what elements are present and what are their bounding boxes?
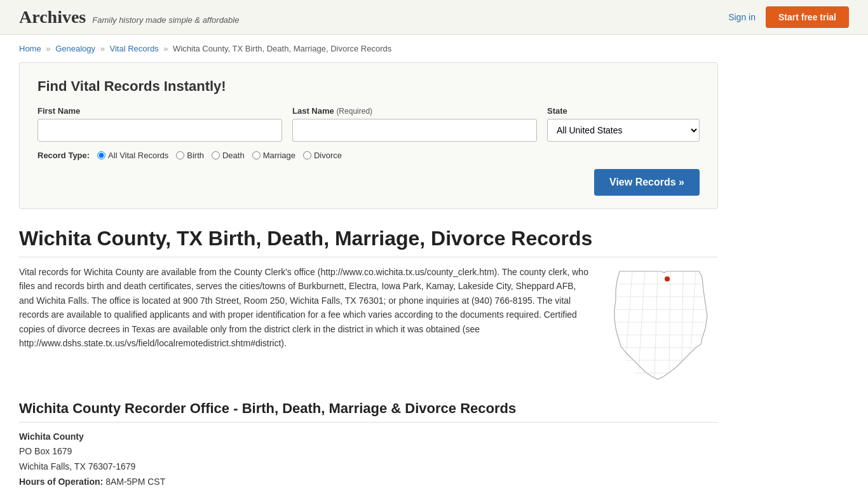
first-name-label: First Name <box>37 106 282 116</box>
svg-line-14 <box>682 271 683 363</box>
radio-all-vital-input[interactable] <box>97 151 105 159</box>
county-address: PO Box 1679 Wichita Falls, TX 76307-1679… <box>19 444 718 488</box>
county-marker <box>665 276 670 281</box>
first-name-input[interactable] <box>37 119 282 142</box>
texas-map-svg <box>607 265 715 383</box>
breadcrumb-sep-1: » <box>46 44 50 53</box>
view-records-row: View Records » <box>37 169 700 196</box>
state-select[interactable]: All United States Texas <box>547 119 700 142</box>
radio-all-vital-label: All Vital Records <box>108 151 168 160</box>
last-name-group: Last Name (Required) <box>292 106 537 142</box>
last-name-required: (Required) <box>336 107 372 116</box>
radio-divorce-input[interactable] <box>303 151 311 159</box>
radio-death[interactable]: Death <box>212 151 245 160</box>
header: Archives Family history made simple & af… <box>0 0 868 35</box>
breadcrumb-sep-3: » <box>163 44 168 53</box>
recorder-title: Wichita County Recorder Office - Birth, … <box>19 400 718 423</box>
recorder-section: Wichita County Recorder Office - Birth, … <box>19 400 718 488</box>
address-line1: PO Box 1679 <box>19 444 718 459</box>
last-name-label: Last Name (Required) <box>292 106 537 116</box>
radio-all-vital[interactable]: All Vital Records <box>97 151 168 160</box>
main-content: Find Vital Records Instantly! First Name… <box>0 62 737 488</box>
last-name-input[interactable] <box>292 119 537 142</box>
radio-birth[interactable]: Birth <box>176 151 204 160</box>
tagline: Family history made simple & affordable <box>92 15 239 25</box>
radio-marriage[interactable]: Marriage <box>252 151 295 160</box>
view-records-button[interactable]: View Records » <box>594 169 700 196</box>
breadcrumb-genealogy[interactable]: Genealogy <box>55 44 95 53</box>
start-trial-button[interactable]: Start free trial <box>766 6 849 28</box>
first-name-group: First Name <box>37 106 282 142</box>
breadcrumb-sep-2: » <box>100 44 105 53</box>
record-type-row: Record Type: All Vital Records Birth Dea… <box>37 151 700 160</box>
header-right: Sign in Start free trial <box>728 6 849 28</box>
radio-marriage-label: Marriage <box>263 151 295 160</box>
address-line2: Wichita Falls, TX 76307-1679 <box>19 459 718 475</box>
hours-value-text: 8AM-5PM CST <box>105 477 165 487</box>
radio-death-label: Death <box>222 151 245 160</box>
svg-line-15 <box>691 271 696 351</box>
breadcrumb: Home » Genealogy » Vital Records » Wichi… <box>0 35 868 62</box>
breadcrumb-current: Wichita County, TX Birth, Death, Marriag… <box>173 44 391 53</box>
county-name: Wichita County <box>19 431 718 442</box>
hours-label: Hours of Operation: <box>19 477 103 487</box>
radio-birth-input[interactable] <box>176 151 184 159</box>
search-box: Find Vital Records Instantly! First Name… <box>19 62 718 209</box>
radio-marriage-input[interactable] <box>252 151 261 159</box>
state-group: State All United States Texas <box>547 106 700 142</box>
radio-birth-label: Birth <box>187 151 204 160</box>
radio-divorce[interactable]: Divorce <box>303 151 342 160</box>
logo: Archives <box>19 7 86 27</box>
search-fields: First Name Last Name (Required) State Al… <box>37 106 700 142</box>
radio-death-input[interactable] <box>212 151 220 159</box>
breadcrumb-home[interactable]: Home <box>19 44 41 53</box>
page-title: Wichita County, TX Birth, Death, Marriag… <box>19 227 718 257</box>
radio-divorce-label: Divorce <box>314 151 342 160</box>
search-title: Find Vital Records Instantly! <box>37 78 700 95</box>
header-left: Archives Family history made simple & af… <box>19 7 239 27</box>
record-type-label: Record Type: <box>37 151 90 160</box>
svg-line-11 <box>639 271 645 370</box>
content-text: Vital records for Wichita County are ava… <box>19 265 588 383</box>
content-section: Vital records for Wichita County are ava… <box>19 265 718 383</box>
texas-map <box>604 265 718 383</box>
state-label: State <box>547 106 700 116</box>
sign-in-link[interactable]: Sign in <box>728 12 756 22</box>
hours-line: Hours of Operation: 8AM-5PM CST <box>19 475 718 488</box>
breadcrumb-vital-records[interactable]: Vital Records <box>110 44 159 53</box>
